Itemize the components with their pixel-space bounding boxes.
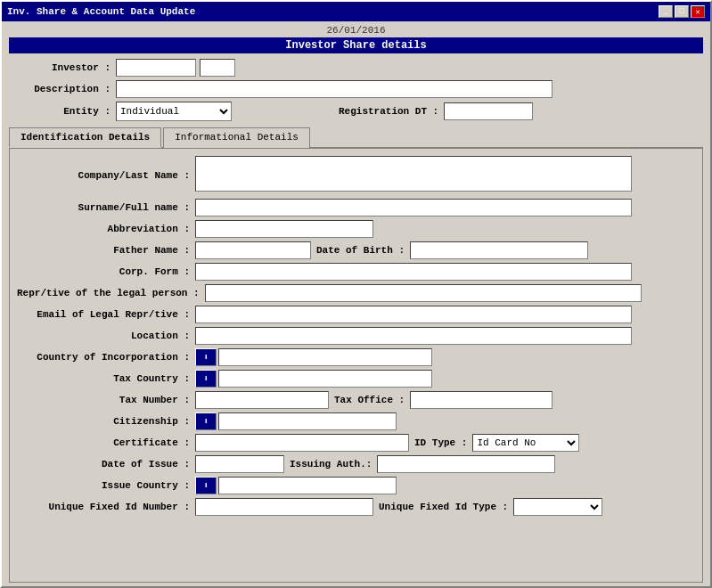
tax-country-row: Tax Country : ⬇ bbox=[17, 370, 695, 388]
issuing-auth-input[interactable] bbox=[377, 455, 555, 473]
country-incorporation-input[interactable] bbox=[218, 348, 432, 366]
tab-content-identification: Company/Last Name : Surname/Full name : … bbox=[9, 149, 703, 583]
description-row: Description : bbox=[9, 80, 703, 98]
certificate-row: Certificate : ID Type : Id Card No Passp… bbox=[17, 434, 695, 452]
date-issue-input[interactable] bbox=[195, 455, 284, 473]
citizenship-label: Citizenship : bbox=[17, 416, 195, 427]
close-button[interactable]: ✕ bbox=[691, 5, 705, 18]
unique-fixed-id-type-label: Unique Fixed Id Type : bbox=[373, 502, 513, 512]
date-display: 26/01/2016 bbox=[9, 25, 703, 36]
minimize-button[interactable]: _ bbox=[659, 5, 673, 18]
id-type-select[interactable]: Id Card No Passport Other bbox=[472, 434, 579, 452]
company-last-name-row: Company/Last Name : bbox=[17, 156, 695, 195]
father-name-input[interactable] bbox=[195, 241, 311, 259]
entity-label: Entity : bbox=[9, 106, 116, 117]
surname-input[interactable] bbox=[195, 199, 632, 216]
description-input[interactable] bbox=[116, 80, 552, 98]
unique-fixed-id-input[interactable] bbox=[195, 498, 373, 516]
registration-dt-label: Registration DT : bbox=[339, 106, 444, 117]
tax-office-label: Tax Office : bbox=[329, 395, 410, 405]
country-incorporation-row: Country of Incorporation : ⬇ bbox=[17, 348, 695, 366]
entity-row: Entity : Individual Corporate Joint Regi… bbox=[9, 102, 703, 121]
location-row: Location : bbox=[17, 327, 695, 345]
section-header: Investor Share details bbox=[9, 37, 703, 53]
father-name-row: Father Name : Date of Birth : bbox=[17, 241, 695, 259]
id-type-label: ID Type : bbox=[409, 437, 472, 448]
dropdown-arrow-icon3: ⬇ bbox=[203, 416, 209, 427]
main-window: Inv. Share & Account Data Update _ □ ✕ 2… bbox=[0, 0, 712, 588]
investor-label: Investor : bbox=[9, 62, 116, 73]
tax-country-input[interactable] bbox=[218, 370, 432, 388]
company-last-name-label: Company/Last Name : bbox=[17, 170, 195, 181]
email-repr-row: Email of Legal Repr/tive : bbox=[17, 306, 695, 323]
dropdown-arrow-icon2: ⬇ bbox=[203, 373, 209, 384]
tab-identification[interactable]: Identification Details bbox=[9, 127, 161, 148]
location-input[interactable] bbox=[195, 327, 632, 345]
certificate-label: Certificate : bbox=[17, 437, 195, 448]
dob-label: Date of Birth : bbox=[311, 245, 410, 256]
tax-number-row: Tax Number : Tax Office : bbox=[17, 391, 695, 409]
tax-country-dropdown-btn[interactable]: ⬇ bbox=[195, 370, 217, 388]
tax-number-label: Tax Number : bbox=[17, 395, 195, 405]
citizenship-dropdown-btn[interactable]: ⬇ bbox=[195, 412, 217, 430]
unique-fixed-id-type-select[interactable] bbox=[513, 498, 602, 516]
corp-form-row: Corp. Form : bbox=[17, 263, 695, 281]
corp-form-label: Corp. Form : bbox=[17, 266, 195, 277]
tax-country-label: Tax Country : bbox=[17, 373, 195, 384]
repr-row: Repr/tive of the legal person : bbox=[17, 284, 695, 302]
repr-input[interactable] bbox=[205, 284, 642, 302]
content-area: 26/01/2016 Investor Share details Invest… bbox=[2, 21, 710, 586]
registration-dt-input[interactable] bbox=[444, 102, 533, 120]
company-last-name-wrap bbox=[195, 156, 632, 195]
date-issue-row: Date of Issue : Issuing Auth.: bbox=[17, 455, 695, 473]
unique-fixed-id-row: Unique Fixed Id Number : Unique Fixed Id… bbox=[17, 498, 695, 516]
dob-input[interactable] bbox=[410, 241, 588, 259]
surname-row: Surname/Full name : bbox=[17, 199, 695, 216]
investor-input[interactable] bbox=[116, 59, 196, 77]
dropdown-arrow-icon: ⬇ bbox=[203, 352, 209, 363]
tab-informational[interactable]: Informational Details bbox=[163, 127, 310, 148]
tabs-container: Identification Details Informational Det… bbox=[9, 127, 703, 149]
tax-number-input[interactable] bbox=[195, 391, 329, 409]
investor-row: Investor : bbox=[9, 59, 703, 77]
citizenship-row: Citizenship : ⬇ bbox=[17, 412, 695, 430]
abbreviation-label: Abbreviation : bbox=[17, 224, 195, 234]
entity-select[interactable]: Individual Corporate Joint bbox=[116, 102, 232, 121]
corp-form-input[interactable] bbox=[195, 263, 632, 281]
issue-country-row: Issue Country : ⬇ bbox=[17, 477, 695, 494]
window-controls: _ □ ✕ bbox=[659, 5, 705, 18]
maximize-button[interactable]: □ bbox=[675, 5, 689, 18]
abbreviation-row: Abbreviation : bbox=[17, 220, 695, 238]
surname-label: Surname/Full name : bbox=[17, 202, 195, 213]
issue-country-dropdown-btn[interactable]: ⬇ bbox=[195, 477, 217, 494]
unique-fixed-id-label: Unique Fixed Id Number : bbox=[17, 502, 195, 512]
country-incorporation-dropdown-btn[interactable]: ⬇ bbox=[195, 348, 217, 366]
investor-input2[interactable] bbox=[200, 59, 235, 77]
email-repr-input[interactable] bbox=[195, 306, 632, 323]
date-issue-label: Date of Issue : bbox=[17, 459, 195, 470]
abbreviation-input[interactable] bbox=[195, 220, 373, 238]
certificate-input[interactable] bbox=[195, 434, 409, 452]
repr-label: Repr/tive of the legal person : bbox=[17, 288, 205, 298]
window-title: Inv. Share & Account Data Update bbox=[7, 6, 195, 17]
father-name-label: Father Name : bbox=[17, 245, 195, 256]
citizenship-input[interactable] bbox=[218, 412, 397, 430]
tax-office-input[interactable] bbox=[410, 391, 552, 409]
title-bar: Inv. Share & Account Data Update _ □ ✕ bbox=[2, 2, 710, 21]
issue-country-label: Issue Country : bbox=[17, 480, 195, 491]
email-repr-label: Email of Legal Repr/tive : bbox=[17, 309, 195, 320]
dropdown-arrow-icon4: ⬇ bbox=[203, 480, 209, 491]
description-label: Description : bbox=[9, 84, 116, 94]
company-last-name-input[interactable] bbox=[195, 156, 632, 192]
location-label: Location : bbox=[17, 331, 195, 341]
issue-country-input[interactable] bbox=[218, 477, 397, 494]
country-incorporation-label: Country of Incorporation : bbox=[17, 352, 195, 363]
issuing-auth-label: Issuing Auth.: bbox=[284, 459, 377, 470]
